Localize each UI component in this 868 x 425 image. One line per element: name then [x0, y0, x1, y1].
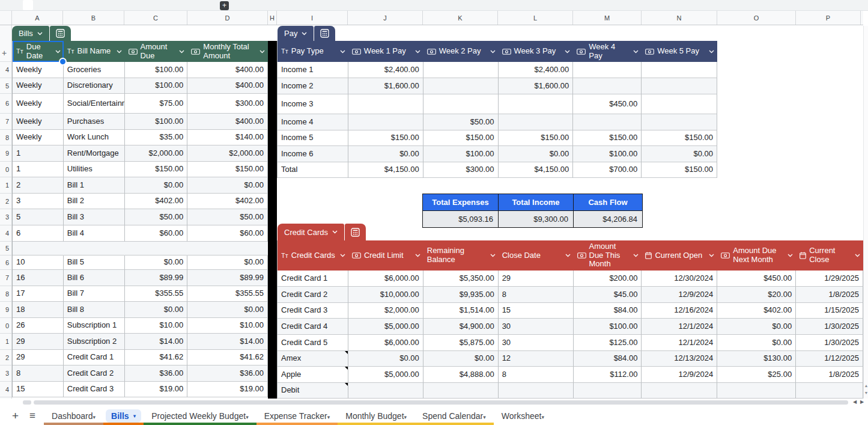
cell[interactable]: 18	[13, 302, 64, 318]
cell[interactable]	[642, 94, 717, 114]
column-header-amount-due-next-month[interactable]: Amount Due Next Month	[717, 240, 796, 271]
cell[interactable]: 8	[13, 365, 64, 382]
cell[interactable]: $400.00	[187, 78, 268, 94]
cell[interactable]	[348, 114, 423, 130]
cell[interactable]: Bill 8	[64, 302, 125, 318]
cell[interactable]: $130.00	[717, 351, 796, 367]
column-header-c[interactable]: C	[124, 11, 187, 25]
column-header-week-5-pay[interactable]: Week 5 Pay	[642, 41, 717, 62]
row-header[interactable]: 5	[0, 242, 11, 255]
cell[interactable]: 12/30/2024	[642, 271, 717, 287]
row-header[interactable]: 4	[0, 382, 11, 397]
cell[interactable]: Credit Card 3	[278, 303, 348, 319]
cell[interactable]: $150.00	[423, 130, 499, 146]
row-header[interactable]: 4	[0, 225, 11, 242]
cell[interactable]: Amex	[278, 351, 348, 367]
cell[interactable]: $355.55	[125, 286, 188, 302]
cell[interactable]: $355.55	[187, 286, 268, 302]
column-header-a[interactable]: A	[12, 11, 63, 25]
cell[interactable]: $700.00	[573, 162, 642, 178]
cell[interactable]: $14.00	[187, 334, 268, 350]
cell[interactable]: $41.62	[187, 350, 268, 365]
cell[interactable]	[642, 383, 717, 399]
add-column-button[interactable]: +	[220, 1, 229, 10]
cell[interactable]	[499, 383, 574, 399]
column-header-m[interactable]: M	[573, 11, 642, 25]
row-header[interactable]: 3	[0, 209, 11, 225]
cell[interactable]: $0.00	[717, 335, 796, 351]
column-header-p[interactable]: P	[796, 11, 861, 25]
cell[interactable]: $19.00	[187, 382, 268, 397]
column-header-week-3-pay[interactable]: Week 3 Pay	[499, 41, 574, 62]
cell[interactable]: $150.00	[348, 130, 423, 146]
bills-table-menu[interactable]: Bills	[12, 26, 49, 41]
column-header-close-date[interactable]: Close Date	[499, 240, 574, 271]
cell[interactable]: $41.62	[125, 350, 188, 365]
summary-value[interactable]: $4,206.84	[574, 211, 642, 227]
cell[interactable]: $5,000.00	[348, 319, 423, 335]
cell[interactable]: 1/8/2025	[796, 367, 863, 383]
cell[interactable]: 10	[13, 255, 64, 270]
cell[interactable]: Social/Entertainment	[64, 94, 125, 114]
cell[interactable]: $0.00	[642, 146, 717, 162]
cell[interactable]: Bill 5	[64, 255, 125, 270]
cell[interactable]: $112.00	[574, 367, 642, 383]
column-header-j[interactable]: J	[348, 11, 423, 25]
cell[interactable]: $5,350.00	[423, 271, 499, 287]
cell[interactable]: $402.00	[125, 194, 188, 209]
cell[interactable]: $450.00	[717, 271, 796, 287]
cell[interactable]	[13, 242, 64, 255]
row-header[interactable]: 6	[0, 255, 11, 270]
cell[interactable]: Discretionary	[64, 78, 125, 94]
cell[interactable]: 29	[499, 271, 574, 287]
cell[interactable]: $0.00	[125, 302, 188, 318]
cell[interactable]: $100.00	[574, 319, 642, 335]
cell[interactable]: $150.00	[187, 162, 268, 177]
column-header-k[interactable]: K	[423, 11, 498, 25]
cell[interactable]: 16	[13, 270, 64, 286]
cell[interactable]: 15	[13, 382, 64, 397]
cell[interactable]: 29	[13, 334, 64, 350]
cell[interactable]: $50.00	[125, 209, 188, 225]
cell[interactable]: $1,600.00	[499, 78, 574, 94]
sheet-tab-dashboard[interactable]: Dashboard▾	[44, 406, 103, 425]
cell[interactable]: $2,400.00	[499, 62, 574, 78]
column-header-week-4-pay[interactable]: Week 4 Pay	[573, 41, 642, 62]
column-header-credit-cards[interactable]: TтCredit Cards	[278, 240, 348, 271]
cell[interactable]: $6,000.00	[348, 335, 423, 351]
cell[interactable]: 1/8/2025	[796, 287, 863, 303]
cell[interactable]: Bill 7	[64, 286, 125, 302]
row-header[interactable]: 2	[0, 350, 11, 365]
cell[interactable]: $60.00	[125, 225, 188, 242]
row-header[interactable]: 1	[0, 334, 11, 350]
cell[interactable]	[499, 94, 574, 114]
cell[interactable]: Subscription 1	[64, 318, 125, 334]
column-header-amount-due[interactable]: Amount Due	[125, 41, 188, 62]
cell[interactable]	[348, 94, 423, 114]
cell[interactable]: $84.00	[574, 351, 642, 367]
column-header-current-close[interactable]: Current Close	[796, 240, 863, 271]
cell[interactable]: $200.00	[574, 271, 642, 287]
cell[interactable]: Groceries	[64, 62, 125, 78]
cell[interactable]: Income 3	[278, 94, 348, 114]
cell[interactable]: $0.00	[125, 177, 188, 194]
column-header-pay-type[interactable]: TтPay Type	[278, 41, 348, 62]
cell[interactable]: 1/30/2025	[796, 335, 863, 351]
cell[interactable]: $0.00	[499, 146, 574, 162]
cell[interactable]: $60.00	[187, 225, 268, 242]
cell[interactable]: $35.00	[125, 130, 188, 145]
cell[interactable]: Bill 4	[64, 225, 125, 242]
cell[interactable]: $50.00	[187, 209, 268, 225]
cell[interactable]: Bill 6	[64, 270, 125, 286]
cell[interactable]: $100.00	[125, 78, 188, 94]
vertical-scrollbar[interactable]: ▲ ▼	[863, 26, 868, 399]
cell[interactable]: Subscription 2	[64, 334, 125, 350]
cell[interactable]: 30	[499, 319, 574, 335]
cell[interactable]: 1/15/2025	[796, 303, 863, 319]
cell[interactable]: $14.00	[125, 334, 188, 350]
scroll-down-icon[interactable]: ▼	[864, 390, 868, 396]
credit-cards-table-options-button[interactable]	[345, 224, 366, 240]
cell[interactable]: Weekly	[13, 130, 64, 145]
column-header-b[interactable]: B	[63, 11, 124, 25]
column-header-l[interactable]: L	[498, 11, 573, 25]
